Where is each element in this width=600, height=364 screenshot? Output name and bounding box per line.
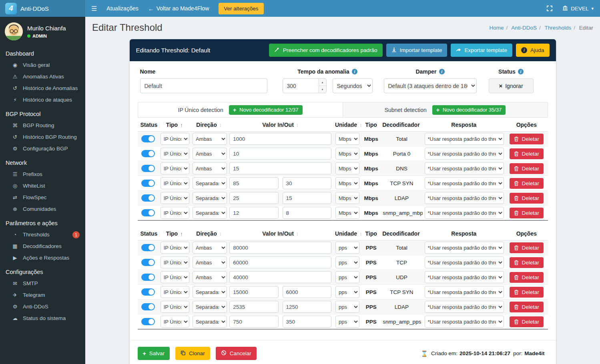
status-toggle[interactable] [141, 194, 155, 202]
status-toggle[interactable] [141, 209, 155, 216]
unidade-select[interactable]: Mbps [335, 177, 359, 189]
direcao-select[interactable]: Separadas [193, 207, 227, 219]
delete-button[interactable]: Deletar [510, 208, 544, 218]
delete-button[interactable]: Deletar [510, 302, 544, 312]
value-out-input[interactable] [283, 177, 331, 189]
breadcrumb-anti-ddos[interactable]: Anti-DDoS [511, 25, 537, 31]
status-toggle[interactable] [141, 259, 155, 266]
status-toggle[interactable] [141, 244, 155, 251]
column-header-tipo[interactable]: Tipo↑ [159, 226, 191, 240]
unidade-select[interactable]: pps [335, 316, 359, 328]
spinner-up-icon[interactable]: ▲ [319, 79, 326, 86]
direcao-select[interactable]: Ambas [193, 256, 227, 268]
direcao-select[interactable]: Ambas [193, 133, 227, 145]
tipo-select[interactable]: IP Único [161, 242, 189, 254]
value-in-out-input[interactable] [229, 148, 331, 160]
direcao-select[interactable]: Separadas [193, 301, 227, 313]
sidebar-item-anomalias-ativas[interactable]: ⚠Anomalias Ativas [0, 71, 85, 82]
unidade-select[interactable]: pps [335, 256, 359, 268]
resposta-select[interactable]: *Usar resposta padrão do threshold [425, 256, 504, 268]
value-in-out-input[interactable] [229, 133, 331, 145]
resposta-select[interactable]: *Usar resposta padrão do threshold [425, 133, 504, 145]
direcao-select[interactable]: Separadas [193, 192, 227, 204]
tipo-select[interactable]: IP Único [161, 192, 189, 204]
status-toggle[interactable] [141, 180, 155, 187]
info-icon[interactable]: i [518, 69, 524, 74]
direcao-select[interactable]: Ambas [193, 242, 227, 254]
unidade-select[interactable]: pps [335, 301, 359, 313]
sidebar-item-status-do-sistema[interactable]: ☁Status do sistema [0, 312, 85, 324]
link-voltar-made4flow[interactable]: ←Voltar ao Made4Flow [148, 5, 209, 12]
delete-button[interactable]: Deletar [510, 316, 544, 327]
value-in-input[interactable] [229, 316, 278, 328]
tipo-select[interactable]: IP Único [161, 162, 189, 174]
unidade-select[interactable]: Mbps [335, 162, 359, 174]
name-input[interactable] [140, 78, 267, 93]
status-toggle[interactable] [141, 274, 155, 281]
resposta-select[interactable]: *Usar resposta padrão do threshold [425, 301, 504, 313]
sidebar-item-configuracao-bgp[interactable]: ⚙Configuração BGP [0, 143, 85, 154]
direcao-select[interactable]: Separadas [193, 316, 227, 328]
breadcrumb-home[interactable]: Home [490, 25, 504, 31]
tipo-select[interactable]: IP Único [161, 256, 189, 268]
unidade-select[interactable]: Mbps [335, 148, 359, 160]
sidebar-item-smtp[interactable]: ✉SMTP [0, 278, 85, 289]
tipo-select[interactable]: IP Único [161, 148, 189, 160]
status-toggle[interactable] [141, 288, 155, 296]
new-decoder-ip-button[interactable]: +Novo decodificador 12/37 [229, 105, 303, 115]
resposta-select[interactable]: *Usar resposta padrão do threshold [425, 207, 504, 219]
ver-alteracoes-button[interactable]: Ver alterações [219, 3, 263, 14]
tipo-select[interactable]: IP Único [161, 286, 189, 298]
status-toggle[interactable] [141, 135, 155, 142]
menu-toggle-icon[interactable]: ☰ [91, 5, 97, 12]
breadcrumb-thresholds[interactable]: Thresholds [544, 25, 571, 31]
value-in-out-input[interactable] [229, 162, 331, 174]
column-header-valor-in-out[interactable]: Valor In/Out↕ [227, 118, 333, 132]
unidade-select[interactable]: pps [335, 286, 359, 298]
tab-ip-unico-detection[interactable]: IP Único detection +Novo decodificador 1… [138, 102, 343, 117]
sidebar-item-comunidades[interactable]: ⊕Comunidades [0, 203, 85, 215]
unidade-select[interactable]: Mbps [335, 192, 359, 204]
unidade-select[interactable]: pps [335, 242, 359, 254]
sidebar-item-acoes-e-respostas[interactable]: ▶Ações e Respostas [0, 252, 85, 264]
status-toggle[interactable] [141, 150, 155, 157]
direcao-select[interactable]: Separadas [193, 286, 227, 298]
delete-button[interactable]: Deletar [510, 287, 544, 298]
value-in-input[interactable] [229, 301, 278, 313]
brand[interactable]: 4 Anti-DDoS [0, 0, 85, 17]
resposta-select[interactable]: *Usar resposta padrão do threshold [425, 316, 504, 328]
column-header-decodificador[interactable]: Decodificador↕ [381, 118, 422, 132]
help-button[interactable]: i Ajuda [516, 44, 550, 57]
column-header-decodificador[interactable]: Decodificador↕ [381, 226, 422, 240]
fullscreen-icon[interactable] [546, 5, 553, 12]
value-in-input[interactable] [229, 207, 278, 219]
delete-button[interactable]: Deletar [510, 272, 544, 283]
clone-button[interactable]: Clonar [175, 347, 210, 360]
value-out-input[interactable] [283, 207, 331, 219]
sidebar-item-historico-de-anomalias[interactable]: ↺Histórico de Anomalias [0, 82, 85, 94]
tipo-select[interactable]: IP Único [161, 316, 189, 328]
direcao-select[interactable]: Ambas [193, 162, 227, 174]
sidebar-item-visao-geral[interactable]: ◉Visão geral [0, 59, 85, 71]
number-spinner[interactable]: ▲▼ [319, 79, 326, 93]
resposta-select[interactable]: *Usar resposta padrão do threshold [425, 192, 504, 204]
column-header-unidade[interactable]: Unidade↕ [333, 226, 361, 240]
unidade-select[interactable]: Mbps [335, 207, 359, 219]
unidade-select[interactable]: pps [335, 271, 359, 283]
status-toggle[interactable] [141, 303, 155, 310]
sidebar-item-flowspec[interactable]: ⇄FlowSpec [0, 192, 85, 203]
direcao-select[interactable]: Ambas [193, 148, 227, 160]
resposta-select[interactable]: *Usar resposta padrão do threshold [425, 271, 504, 283]
delete-button[interactable]: Deletar [510, 134, 544, 144]
direcao-select[interactable]: Separadas [193, 177, 227, 189]
value-in-input[interactable] [229, 177, 278, 189]
tipo-select[interactable]: IP Único [161, 133, 189, 145]
damper-select[interactable]: Default (3 ataques dentro de 180 [384, 78, 477, 93]
new-decoder-subnet-button[interactable]: +Novo decodificador 35/37 [432, 105, 506, 115]
unidade-select[interactable]: Mbps [335, 133, 359, 145]
sidebar-item-prefixos[interactable]: ☰Prefixos [0, 168, 85, 180]
export-template-button[interactable]: Exportar template [451, 44, 512, 57]
delete-button[interactable]: Deletar [510, 193, 544, 204]
column-header-valor-in-out[interactable]: Valor In/Out↕ [227, 226, 333, 240]
value-in-input[interactable] [229, 286, 278, 298]
